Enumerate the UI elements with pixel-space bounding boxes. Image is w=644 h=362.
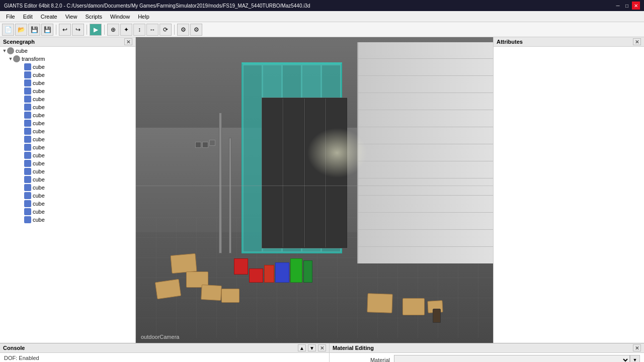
save-as-button[interactable]: 💾 [41, 24, 53, 36]
cube-icon [7, 47, 14, 54]
list-item[interactable]: cube [0, 175, 135, 184]
tree-item-transform[interactable]: ▼ transform [0, 55, 135, 63]
save-button[interactable]: 💾 [28, 24, 40, 36]
cube-icon [24, 184, 31, 191]
cube-icon [24, 176, 31, 183]
menu-item-view[interactable]: View [61, 13, 82, 21]
list-item[interactable]: cube [0, 119, 135, 127]
list-item[interactable]: cube [0, 87, 135, 95]
console-up[interactable]: ▲ [298, 344, 306, 351]
wood6 [367, 293, 392, 313]
scenegraph-close[interactable]: ✕ [124, 38, 132, 45]
new-button[interactable]: 📄 [2, 24, 14, 36]
viewport[interactable]: outdoorCamera [136, 37, 493, 343]
tree-item-label: cube [33, 120, 45, 126]
tree-arrow: ▼ [8, 56, 13, 61]
minimize-button[interactable]: ─ [614, 2, 622, 10]
tree-item-label: cube [33, 80, 45, 86]
material-close[interactable]: ✕ [633, 344, 641, 351]
menu-item-help[interactable]: Help [134, 13, 153, 21]
list-item[interactable]: cube [0, 111, 135, 119]
cube-icon [24, 160, 31, 167]
tree-item-label: cube [33, 72, 45, 78]
menu-item-file[interactable]: File [2, 13, 19, 21]
cube-icon [24, 168, 31, 175]
list-item[interactable]: cube [0, 200, 135, 208]
tool4[interactable]: ↔ [146, 24, 158, 36]
material-content: Material ▼ Shared-Editing Mode Material … [330, 353, 644, 362]
material-dropdown[interactable]: ▼ [630, 355, 640, 362]
attributes-title: Attributes [497, 39, 523, 45]
tool2[interactable]: ✦ [120, 24, 132, 36]
list-item[interactable]: cube [0, 192, 135, 200]
redo-button[interactable]: ↪ [72, 24, 84, 36]
list-item[interactable]: cube [0, 151, 135, 159]
console-close[interactable]: ✕ [318, 344, 326, 351]
list-item[interactable]: cube [0, 167, 135, 175]
wood7 [403, 298, 425, 315]
wood5 [155, 279, 181, 299]
cube-icon [24, 96, 31, 103]
list-item[interactable]: cube [0, 127, 135, 135]
open-button[interactable]: 📂 [15, 24, 27, 36]
undo-button[interactable]: ↩ [59, 24, 71, 36]
play-button[interactable]: ▶ [90, 24, 102, 36]
tool3[interactable]: ↕ [133, 24, 145, 36]
console-content: DOF: Enabled Cloud Quality: 3 EnvMap Ble… [0, 353, 329, 362]
list-item[interactable]: cube [0, 143, 135, 151]
maximize-button[interactable]: □ [623, 2, 631, 10]
scenegraph-header: Scenegraph ✕ [0, 37, 135, 47]
menu-item-create[interactable]: Create [37, 13, 61, 21]
tree-item-label: cube [33, 201, 45, 207]
material-select[interactable] [394, 355, 630, 362]
tool1[interactable]: ⊕ [107, 24, 119, 36]
list-item[interactable]: cube [0, 71, 135, 79]
tree-item-label: cube [33, 64, 45, 70]
tree-arrow: ▼ [2, 48, 7, 53]
material-row: Material ▼ [334, 355, 640, 362]
tree-item-label: cube [33, 144, 45, 150]
tool7[interactable]: ⚙ [190, 24, 202, 36]
console-panel: Console ▲ ▼ ✕ DOF: Enabled Cloud Quality… [0, 343, 330, 362]
title-bar: GIANTS Editor 64bit 8.2.0 - C:/Users/dam… [0, 0, 644, 11]
material-label: Material [334, 357, 394, 362]
menu-item-edit[interactable]: Edit [19, 13, 37, 21]
list-item[interactable]: cube [0, 79, 135, 87]
menu-item-window[interactable]: Window [106, 13, 134, 21]
cube-icon [24, 112, 31, 119]
tree-item-label: transform [22, 56, 45, 62]
close-button[interactable]: ✕ [632, 2, 640, 10]
list-item[interactable]: cube [0, 63, 135, 71]
tool6[interactable]: ⚙ [177, 24, 189, 36]
console-title: Console [3, 345, 25, 351]
console-down[interactable]: ▼ [308, 344, 316, 351]
lamp [195, 138, 225, 153]
list-item[interactable]: cube [0, 135, 135, 143]
window-controls: ─ □ ✕ [614, 2, 640, 10]
list-item[interactable]: cube [0, 103, 135, 111]
list-item[interactable]: cube [0, 208, 135, 216]
list-item[interactable]: cube [0, 159, 135, 167]
tree-item-label: cube [33, 193, 45, 199]
attributes-close[interactable]: ✕ [633, 38, 641, 45]
red-box3 [264, 265, 274, 283]
tree-item-root[interactable]: ▼ cube [0, 47, 135, 55]
red-box2 [249, 268, 263, 283]
list-item[interactable]: cube [0, 216, 135, 224]
cube-icon [24, 79, 31, 86]
bottom-layout: Console ▲ ▼ ✕ DOF: Enabled Cloud Quality… [0, 343, 644, 362]
cube-icon [24, 200, 31, 207]
menu-item-scripts[interactable]: Scripts [81, 13, 106, 21]
container-wall [357, 42, 493, 263]
sep3 [104, 25, 105, 35]
tree-item-label: cube [33, 185, 45, 191]
cube-icon [24, 71, 31, 78]
material-title: Material Editing [333, 345, 374, 351]
main-layout: Scenegraph ✕ ▼ cube ▼ transform cube cub… [0, 37, 644, 343]
tool5[interactable]: ⟳ [159, 24, 172, 36]
scenegraph-content[interactable]: ▼ cube ▼ transform cube cube cube cube c… [0, 47, 135, 343]
list-item[interactable]: cube [0, 95, 135, 103]
list-item[interactable]: cube [0, 184, 135, 192]
cube-icon [24, 104, 31, 111]
scenegraph-panel: Scenegraph ✕ ▼ cube ▼ transform cube cub… [0, 37, 136, 343]
